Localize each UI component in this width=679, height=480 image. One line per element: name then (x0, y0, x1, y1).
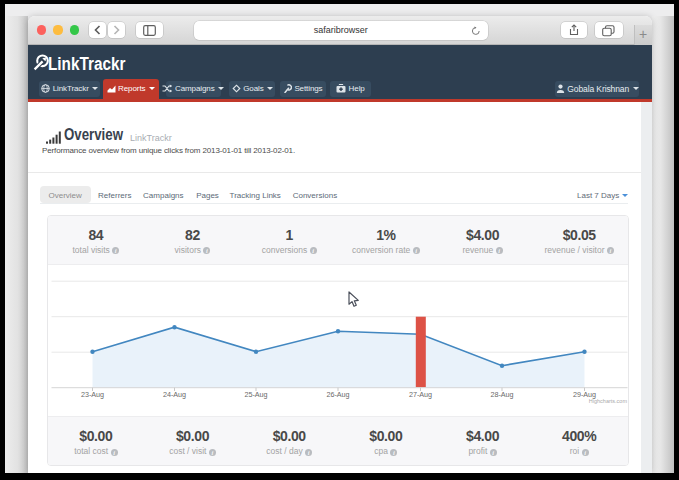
svg-text:23-Aug: 23-Aug (80, 390, 103, 399)
svg-text:27-Aug: 27-Aug (408, 390, 431, 399)
svg-text:Highcharts.com: Highcharts.com (588, 398, 627, 404)
svg-text:24-Aug: 24-Aug (162, 390, 185, 399)
svg-text:26-Aug: 26-Aug (326, 390, 349, 399)
svg-text:25-Aug: 25-Aug (244, 390, 267, 399)
svg-text:28-Aug: 28-Aug (490, 390, 513, 399)
